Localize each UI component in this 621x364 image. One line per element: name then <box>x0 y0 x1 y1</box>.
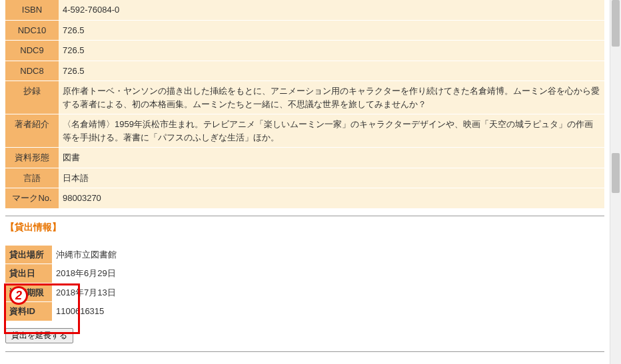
loan-label: 貸出日 <box>5 264 52 283</box>
table-row: 貸出場所 沖縄市立図書館 <box>5 246 125 264</box>
detail-value: 726.5 <box>59 41 604 61</box>
divider <box>5 351 604 352</box>
table-row: 資料形態 図書 <box>5 148 604 168</box>
detail-value: 日本語 <box>59 168 604 188</box>
detail-table: ISBN 4-592-76084-0 NDC10 726.5 NDC9 726.… <box>5 0 604 209</box>
loan-value: 2018年6月29日 <box>52 264 125 283</box>
detail-label: 資料形態 <box>5 148 59 168</box>
detail-label: マークNo. <box>5 188 59 209</box>
scroll-thumb[interactable] <box>612 0 620 47</box>
table-row: 資料ID 1100616315 <box>5 302 125 321</box>
divider <box>5 216 604 216</box>
loan-value: 沖縄市立図書館 <box>52 246 125 264</box>
loan-table: 貸出場所 沖縄市立図書館 貸出日 2018年6月29日 返却期限 2018年7月… <box>5 246 125 321</box>
table-row: NDC10 726.5 <box>5 20 604 41</box>
loan-label: 貸出場所 <box>5 246 52 264</box>
annotation-step-number: 2 <box>9 286 28 305</box>
detail-value: 原作者トーベ・ヤンソンの描き出した挿絵をもとに、アニメーション用のキャラクターを… <box>59 81 604 114</box>
loan-section-title: 【貸出情報】 <box>5 222 604 234</box>
detail-label: NDC8 <box>5 61 59 81</box>
detail-label: ISBN <box>5 0 59 20</box>
detail-label: NDC9 <box>5 41 59 61</box>
loan-label: 資料ID <box>5 302 52 321</box>
detail-label: NDC10 <box>5 20 59 41</box>
detail-value: 98003270 <box>59 188 604 209</box>
detail-value: 4-592-76084-0 <box>59 0 604 20</box>
table-row: 抄録 原作者トーベ・ヤンソンの描き出した挿絵をもとに、アニメーション用のキャラク… <box>5 81 604 114</box>
detail-value: 726.5 <box>59 61 604 81</box>
table-row: ISBN 4-592-76084-0 <box>5 0 604 20</box>
table-row: 著者紹介 〈名倉靖博〉1959年浜松市生まれ。テレビアニメ「楽しいムーミン一家」… <box>5 114 604 148</box>
detail-value: 726.5 <box>59 20 604 41</box>
table-row: マークNo. 98003270 <box>5 188 604 209</box>
detail-value: 図書 <box>59 148 604 168</box>
vertical-scrollbar[interactable] <box>610 0 621 364</box>
table-row: 言語 日本語 <box>5 168 604 188</box>
main-content: ISBN 4-592-76084-0 NDC10 726.5 NDC9 726.… <box>0 0 610 364</box>
scroll-thumb[interactable] <box>612 153 620 193</box>
extend-loan-button[interactable]: 貸出を延長する <box>5 328 73 343</box>
detail-label: 著者紹介 <box>5 114 59 148</box>
detail-label: 抄録 <box>5 81 59 114</box>
table-row: NDC8 726.5 <box>5 61 604 81</box>
loan-value: 2018年7月13日 <box>52 283 125 302</box>
table-row: NDC9 726.5 <box>5 41 604 61</box>
detail-value: 〈名倉靖博〉1959年浜松市生まれ。テレビアニメ「楽しいムーミン一家」のキャラク… <box>59 114 604 148</box>
detail-label: 言語 <box>5 168 59 188</box>
table-row: 貸出日 2018年6月29日 <box>5 264 125 283</box>
loan-value: 1100616315 <box>52 302 125 321</box>
